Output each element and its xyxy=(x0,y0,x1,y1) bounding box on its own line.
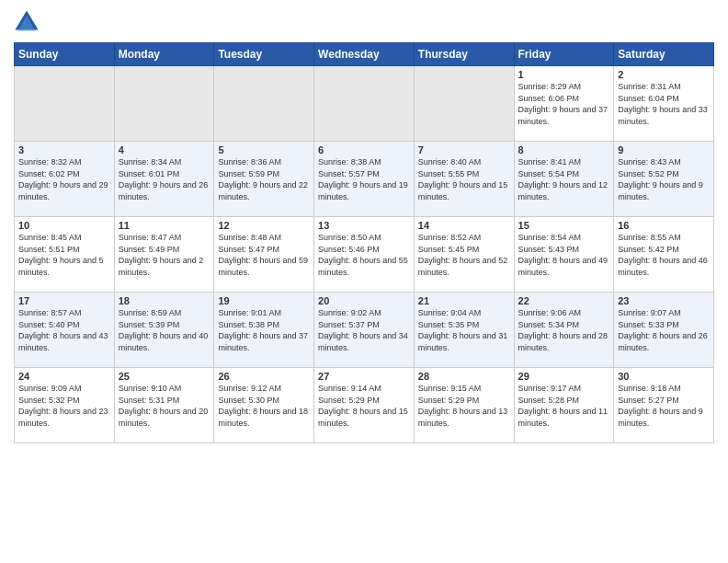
day-number: 13 xyxy=(318,220,410,231)
day-info: Sunrise: 8:43 AMSunset: 5:52 PMDaylight:… xyxy=(618,156,710,202)
day-number: 2 xyxy=(618,69,710,80)
day-cell: 8Sunrise: 8:41 AMSunset: 5:54 PMDaylight… xyxy=(514,142,614,217)
day-info: Sunrise: 9:14 AMSunset: 5:29 PMDaylight:… xyxy=(318,383,410,429)
day-cell: 15Sunrise: 8:54 AMSunset: 5:43 PMDayligh… xyxy=(514,217,614,293)
day-cell xyxy=(214,66,314,142)
day-number: 8 xyxy=(518,144,610,155)
day-info: Sunrise: 9:06 AMSunset: 5:34 PMDaylight:… xyxy=(518,307,610,353)
weekday-monday: Monday xyxy=(114,43,214,66)
weekday-tuesday: Tuesday xyxy=(214,43,314,66)
week-row-2: 10Sunrise: 8:45 AMSunset: 5:51 PMDayligh… xyxy=(15,217,714,293)
day-cell: 1Sunrise: 8:29 AMSunset: 6:06 PMDaylight… xyxy=(514,66,614,142)
day-cell: 3Sunrise: 8:32 AMSunset: 6:02 PMDaylight… xyxy=(15,142,115,217)
day-cell: 21Sunrise: 9:04 AMSunset: 5:35 PMDayligh… xyxy=(414,293,514,368)
day-cell: 18Sunrise: 8:59 AMSunset: 5:39 PMDayligh… xyxy=(114,293,214,368)
day-number: 5 xyxy=(218,144,310,155)
day-number: 3 xyxy=(18,144,110,155)
day-cell: 6Sunrise: 8:38 AMSunset: 5:57 PMDaylight… xyxy=(314,142,415,217)
calendar: SundayMondayTuesdayWednesdayThursdayFrid… xyxy=(14,42,714,443)
day-number: 21 xyxy=(418,295,510,306)
day-number: 20 xyxy=(318,295,410,306)
day-number: 29 xyxy=(518,371,610,382)
day-cell: 12Sunrise: 8:48 AMSunset: 5:47 PMDayligh… xyxy=(214,217,314,293)
day-number: 12 xyxy=(218,220,310,231)
day-info: Sunrise: 8:38 AMSunset: 5:57 PMDaylight:… xyxy=(318,156,410,202)
weekday-friday: Friday xyxy=(514,43,614,66)
day-number: 4 xyxy=(119,144,210,155)
day-cell: 5Sunrise: 8:36 AMSunset: 5:59 PMDaylight… xyxy=(214,142,314,217)
day-number: 17 xyxy=(18,295,110,306)
day-number: 26 xyxy=(218,371,310,382)
day-cell: 9Sunrise: 8:43 AMSunset: 5:52 PMDaylight… xyxy=(614,142,714,217)
day-info: Sunrise: 8:32 AMSunset: 6:02 PMDaylight:… xyxy=(18,156,110,202)
day-info: Sunrise: 8:41 AMSunset: 5:54 PMDaylight:… xyxy=(518,156,610,202)
day-cell: 4Sunrise: 8:34 AMSunset: 6:01 PMDaylight… xyxy=(114,142,214,217)
day-cell: 19Sunrise: 9:01 AMSunset: 5:38 PMDayligh… xyxy=(214,293,314,368)
day-number: 16 xyxy=(618,220,710,231)
day-cell: 13Sunrise: 8:50 AMSunset: 5:46 PMDayligh… xyxy=(314,217,415,293)
day-cell xyxy=(414,66,514,142)
weekday-sunday: Sunday xyxy=(15,43,115,66)
day-cell: 30Sunrise: 9:18 AMSunset: 5:27 PMDayligh… xyxy=(614,368,714,443)
week-row-3: 17Sunrise: 8:57 AMSunset: 5:40 PMDayligh… xyxy=(15,293,714,368)
day-number: 6 xyxy=(318,144,410,155)
day-cell: 27Sunrise: 9:14 AMSunset: 5:29 PMDayligh… xyxy=(314,368,415,443)
logo-icon xyxy=(14,9,40,35)
day-info: Sunrise: 8:36 AMSunset: 5:59 PMDaylight:… xyxy=(218,156,310,202)
day-number: 18 xyxy=(119,295,210,306)
day-info: Sunrise: 8:40 AMSunset: 5:55 PMDaylight:… xyxy=(418,156,510,202)
day-info: Sunrise: 8:45 AMSunset: 5:51 PMDaylight:… xyxy=(18,232,110,278)
day-number: 14 xyxy=(418,220,510,231)
day-info: Sunrise: 8:47 AMSunset: 5:49 PMDaylight:… xyxy=(119,232,210,278)
weekday-header-row: SundayMondayTuesdayWednesdayThursdayFrid… xyxy=(15,43,714,66)
day-cell: 2Sunrise: 8:31 AMSunset: 6:04 PMDaylight… xyxy=(614,66,714,142)
day-cell: 14Sunrise: 8:52 AMSunset: 5:45 PMDayligh… xyxy=(414,217,514,293)
day-info: Sunrise: 9:09 AMSunset: 5:32 PMDaylight:… xyxy=(18,383,110,429)
day-info: Sunrise: 9:01 AMSunset: 5:38 PMDaylight:… xyxy=(218,307,310,353)
day-info: Sunrise: 8:52 AMSunset: 5:45 PMDaylight:… xyxy=(418,232,510,278)
weekday-thursday: Thursday xyxy=(414,43,514,66)
week-row-1: 3Sunrise: 8:32 AMSunset: 6:02 PMDaylight… xyxy=(15,142,714,217)
day-cell: 28Sunrise: 9:15 AMSunset: 5:29 PMDayligh… xyxy=(414,368,514,443)
day-cell: 24Sunrise: 9:09 AMSunset: 5:32 PMDayligh… xyxy=(15,368,115,443)
day-cell xyxy=(114,66,214,142)
day-info: Sunrise: 9:18 AMSunset: 5:27 PMDaylight:… xyxy=(618,383,710,429)
day-cell: 17Sunrise: 8:57 AMSunset: 5:40 PMDayligh… xyxy=(15,293,115,368)
day-number: 10 xyxy=(18,220,110,231)
week-row-0: 1Sunrise: 8:29 AMSunset: 6:06 PMDaylight… xyxy=(15,66,714,142)
day-number: 24 xyxy=(18,371,110,382)
day-cell: 23Sunrise: 9:07 AMSunset: 5:33 PMDayligh… xyxy=(614,293,714,368)
day-number: 7 xyxy=(418,144,510,155)
day-number: 1 xyxy=(518,69,610,80)
day-info: Sunrise: 8:50 AMSunset: 5:46 PMDaylight:… xyxy=(318,232,410,278)
day-number: 28 xyxy=(418,371,510,382)
day-info: Sunrise: 8:59 AMSunset: 5:39 PMDaylight:… xyxy=(119,307,210,353)
day-info: Sunrise: 8:34 AMSunset: 6:01 PMDaylight:… xyxy=(119,156,210,202)
day-info: Sunrise: 9:04 AMSunset: 5:35 PMDaylight:… xyxy=(418,307,510,353)
day-info: Sunrise: 8:54 AMSunset: 5:43 PMDaylight:… xyxy=(518,232,610,278)
day-info: Sunrise: 8:48 AMSunset: 5:47 PMDaylight:… xyxy=(218,232,310,278)
day-cell: 10Sunrise: 8:45 AMSunset: 5:51 PMDayligh… xyxy=(15,217,115,293)
day-info: Sunrise: 8:29 AMSunset: 6:06 PMDaylight:… xyxy=(518,81,610,127)
day-number: 27 xyxy=(318,371,410,382)
day-info: Sunrise: 8:31 AMSunset: 6:04 PMDaylight:… xyxy=(618,81,710,127)
day-number: 30 xyxy=(618,371,710,382)
day-info: Sunrise: 9:07 AMSunset: 5:33 PMDaylight:… xyxy=(618,307,710,353)
day-cell xyxy=(314,66,415,142)
day-info: Sunrise: 8:57 AMSunset: 5:40 PMDaylight:… xyxy=(18,307,110,353)
weekday-saturday: Saturday xyxy=(614,43,714,66)
day-number: 11 xyxy=(119,220,210,231)
day-cell: 26Sunrise: 9:12 AMSunset: 5:30 PMDayligh… xyxy=(214,368,314,443)
day-info: Sunrise: 9:17 AMSunset: 5:28 PMDaylight:… xyxy=(518,383,610,429)
day-cell: 16Sunrise: 8:55 AMSunset: 5:42 PMDayligh… xyxy=(614,217,714,293)
logo xyxy=(14,9,43,35)
day-cell: 11Sunrise: 8:47 AMSunset: 5:49 PMDayligh… xyxy=(114,217,214,293)
day-cell: 20Sunrise: 9:02 AMSunset: 5:37 PMDayligh… xyxy=(314,293,415,368)
week-row-4: 24Sunrise: 9:09 AMSunset: 5:32 PMDayligh… xyxy=(15,368,714,443)
day-cell xyxy=(15,66,115,142)
day-cell: 25Sunrise: 9:10 AMSunset: 5:31 PMDayligh… xyxy=(114,368,214,443)
header xyxy=(14,9,714,35)
weekday-wednesday: Wednesday xyxy=(314,43,415,66)
day-number: 19 xyxy=(218,295,310,306)
day-number: 23 xyxy=(618,295,710,306)
